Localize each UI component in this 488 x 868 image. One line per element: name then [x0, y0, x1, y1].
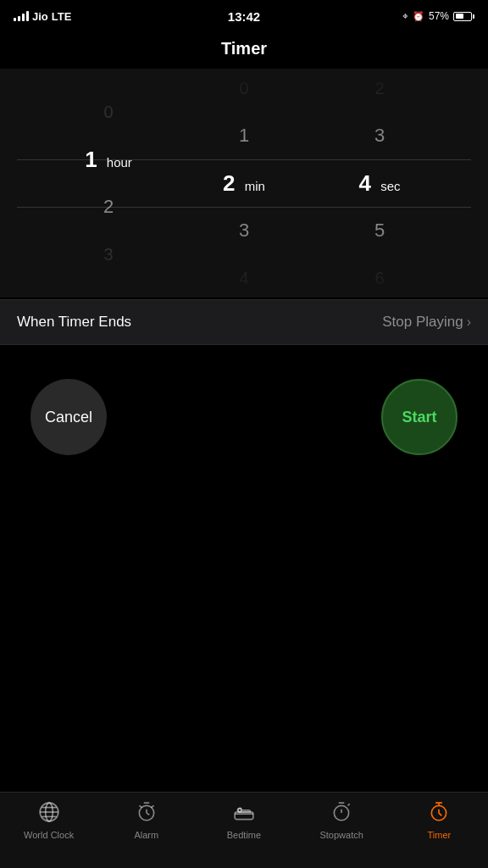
timer-ends-setting: Stop Playing — [382, 314, 463, 331]
picker-item[interactable]: 1 — [176, 112, 312, 159]
tab-bedtime[interactable]: Bedtime — [210, 801, 278, 840]
svg-line-9 — [151, 805, 153, 807]
empty-area — [0, 489, 488, 726]
tab-world-clock[interactable]: World Clock — [15, 801, 83, 840]
timer-label: Timer — [427, 830, 451, 840]
tab-stopwatch[interactable]: Stopwatch — [308, 801, 375, 840]
time-picker[interactable]: − 0 1 hour 2 3 4 − 0 — [0, 69, 488, 298]
svg-line-7 — [147, 813, 149, 815]
world-clock-icon — [38, 801, 60, 826]
battery-icon — [453, 12, 474, 21]
location-icon: ⌖ — [402, 10, 408, 22]
picker-item[interactable]: 2 — [312, 69, 447, 112]
page-title: Timer — [0, 31, 488, 69]
timer-icon — [428, 801, 450, 826]
start-button[interactable]: Start — [381, 379, 458, 455]
minutes-picker[interactable]: − 0 1 2 min 3 4 5 — [176, 69, 312, 298]
picker-item[interactable]: 0 — [41, 88, 176, 136]
picker-item[interactable]: 4 — [176, 254, 312, 298]
network-type: LTE — [52, 10, 72, 23]
status-bar: Jio LTE 13:42 ⌖ ⏰ 57% — [0, 0, 488, 31]
battery-percent: 57% — [429, 10, 449, 22]
stopwatch-icon — [330, 801, 352, 826]
picker-item[interactable]: 4 — [41, 278, 176, 298]
picker-item-selected[interactable]: 2 min — [176, 159, 312, 207]
status-time: 13:42 — [228, 9, 260, 24]
carrier-info: Jio LTE — [14, 10, 71, 23]
alarm-status-icon: ⏰ — [413, 11, 424, 22]
picker-item[interactable]: 3 — [41, 231, 176, 278]
picker-item[interactable]: 6 — [312, 254, 447, 298]
picker-item[interactable]: 2 — [41, 183, 176, 231]
picker-item-selected[interactable]: 1 hour — [41, 136, 176, 183]
signal-icon — [14, 11, 29, 21]
alarm-label: Alarm — [134, 830, 158, 840]
cancel-button[interactable]: Cancel — [30, 379, 107, 455]
tab-alarm[interactable]: Alarm — [113, 801, 180, 840]
picker-item[interactable]: − — [41, 69, 176, 88]
world-clock-label: World Clock — [24, 830, 74, 840]
stopwatch-label: Stopwatch — [319, 830, 363, 840]
status-indicators: ⌖ ⏰ 57% — [402, 10, 474, 22]
picker-item[interactable]: 0 — [176, 69, 312, 112]
svg-point-13 — [334, 805, 348, 820]
picker-container[interactable]: − 0 1 hour 2 3 4 − 0 — [0, 69, 488, 298]
picker-item-selected[interactable]: 4 sec — [312, 159, 447, 207]
svg-line-16 — [348, 804, 350, 805]
picker-item[interactable]: 3 — [176, 207, 312, 254]
hours-picker[interactable]: − 0 1 hour 2 3 4 — [41, 69, 176, 298]
svg-line-8 — [139, 805, 141, 807]
timer-ends-value[interactable]: Stop Playing › — [382, 314, 471, 331]
seconds-picker[interactable]: − 2 3 4 sec 5 6 7 — [312, 69, 447, 298]
picker-item[interactable]: 5 — [312, 207, 447, 254]
picker-item[interactable]: 3 — [312, 112, 447, 159]
tab-bar: World Clock Alarm Bedtime — [0, 792, 488, 868]
carrier-name: Jio — [32, 10, 48, 23]
chevron-right-icon: › — [467, 314, 471, 330]
timer-ends-label: When Timer Ends — [17, 314, 131, 331]
bedtime-icon — [233, 801, 255, 826]
svg-rect-11 — [235, 812, 253, 820]
alarm-icon — [136, 801, 158, 826]
bedtime-label: Bedtime — [227, 830, 261, 840]
timer-controls: Cancel Start — [0, 345, 488, 489]
tab-timer[interactable]: Timer — [405, 801, 473, 840]
timer-ends-row[interactable]: When Timer Ends Stop Playing › — [0, 299, 488, 345]
